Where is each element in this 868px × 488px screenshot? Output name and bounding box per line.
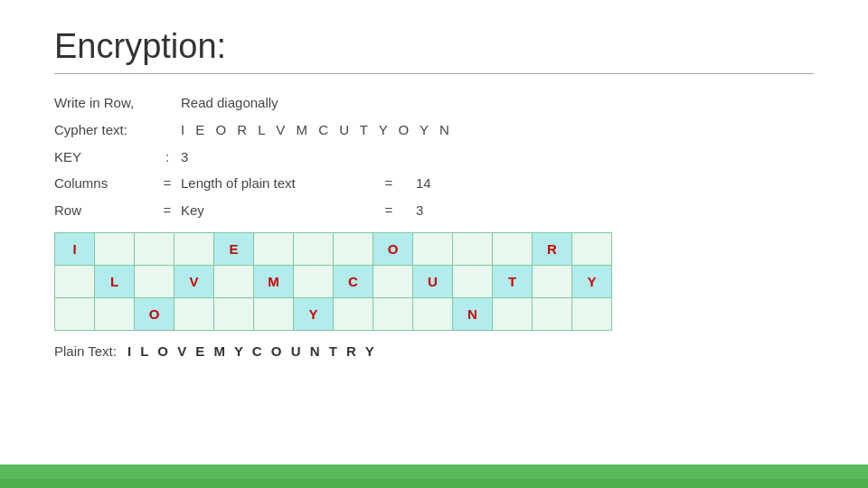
eq-5: = [154,198,181,223]
bar-green-top [0,465,868,479]
extra-value-4: 14 [416,171,431,196]
grid-cell: V [175,265,214,297]
grid-cell: C [334,265,373,297]
extra-eq-4: = [362,171,416,196]
grid-cell: U [413,265,453,297]
value-read-diagonally: Read diagonally [181,90,278,116]
grid-cell [214,297,254,330]
info-row-4: Columns = Length of plain text = 14 [54,171,814,196]
grid-cell [493,297,533,330]
eq-3: : [154,145,181,170]
grid-cell: R [533,232,572,265]
eq-4: = [154,171,181,196]
grid-cell [55,297,95,330]
grid-cell: N [453,297,493,330]
extra-eq-5: = [362,198,416,223]
grid-cell [294,265,334,297]
grid-cell [294,232,334,265]
label-key: KEY [54,145,154,170]
grid-cell: L [95,265,135,297]
grid-cell [95,297,135,330]
info-row-1: Write in Row, Read diagonally [54,90,814,116]
grid-row: LVMCUTY [55,265,612,297]
plain-text-value: I L O V E M Y C O U N T R Y [127,343,377,359]
grid-cell [95,232,135,265]
value-key: 3 [181,145,188,170]
grid-cell [214,265,254,297]
encryption-grid: IEORLVMCUTYOYN [54,232,612,331]
grid-cell [135,232,175,265]
info-row-5: Row = Key = 3 [54,198,814,223]
grid-cell: Y [572,265,612,297]
grid-cell [413,297,453,330]
grid-cell: T [493,265,533,297]
grid-cell: M [254,265,294,297]
grid-section: IEORLVMCUTYOYN [54,232,814,331]
grid-cell: E [214,232,254,265]
grid-cell [533,297,572,330]
grid-cell [135,265,175,297]
info-row-2: Cypher text: I E O R L V M C U T Y O Y N [54,117,814,143]
extra-value-5: 3 [416,198,423,223]
info-table: Write in Row, Read diagonally Cypher tex… [54,90,814,223]
grid-cell [373,265,413,297]
grid-cell [254,232,294,265]
label-row: Row [54,198,154,223]
label-cypher-text: Cypher text: [54,117,154,143]
value-key-label: Key [181,198,362,223]
grid-cell [334,297,373,330]
info-row-3: KEY : 3 [54,145,814,170]
grid-cell [572,297,612,330]
grid-cell [334,232,373,265]
bottom-bars [0,465,868,488]
grid-cell [533,265,572,297]
label-columns: Columns [54,171,154,196]
grid-row: IEOR [55,232,612,265]
grid-cell [453,265,493,297]
divider [54,73,814,74]
grid-cell [373,297,413,330]
plain-text-label: Plain Text: [54,343,117,359]
value-cypher-text: I E O R L V M C U T Y O Y N [181,117,453,143]
label-write-in-row: Write in Row, [54,90,154,116]
grid-row: OYN [55,297,612,330]
grid-cell: Y [294,297,334,330]
grid-cell: I [55,232,95,265]
grid-cell [413,232,453,265]
grid-cell [493,232,533,265]
grid-cell: O [135,297,175,330]
page-title: Encryption: [54,27,814,66]
grid-cell [55,265,95,297]
plain-text-section: Plain Text: I L O V E M Y C O U N T R Y [54,343,814,359]
main-content: Encryption: Write in Row, Read diagonall… [0,0,868,359]
grid-cell [254,297,294,330]
grid-cell: O [373,232,413,265]
grid-cell [175,297,214,330]
grid-cell [572,232,612,265]
grid-cell [453,232,493,265]
grid-cell [175,232,214,265]
bar-green-bottom [0,479,868,488]
value-length-plain: Length of plain text [181,171,362,196]
